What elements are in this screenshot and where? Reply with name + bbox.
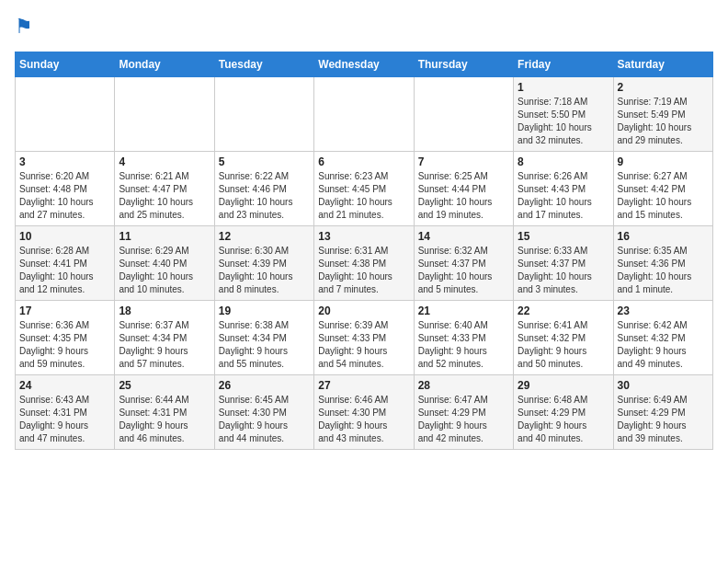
day-info: Sunrise: 6:27 AM Sunset: 4:42 PM Dayligh… [618, 170, 709, 222]
day-number: 4 [119, 155, 210, 168]
calendar-week-row: 1Sunrise: 7:18 AM Sunset: 5:50 PM Daylig… [16, 77, 713, 152]
day-info: Sunrise: 6:44 AM Sunset: 4:31 PM Dayligh… [119, 394, 210, 445]
calendar-cell: 5Sunrise: 6:22 AM Sunset: 4:46 PM Daylig… [214, 152, 313, 226]
calendar-cell: 14Sunrise: 6:32 AM Sunset: 4:37 PM Dayli… [414, 226, 513, 301]
calendar-cell: 28Sunrise: 6:47 AM Sunset: 4:29 PM Dayli… [414, 375, 513, 450]
calendar-cell: 11Sunrise: 6:29 AM Sunset: 4:40 PM Dayli… [115, 226, 214, 301]
calendar-cell: 6Sunrise: 6:23 AM Sunset: 4:45 PM Daylig… [314, 152, 414, 226]
day-info: Sunrise: 6:39 AM Sunset: 4:33 PM Dayligh… [318, 319, 409, 371]
day-number: 11 [119, 230, 210, 243]
calendar-cell: 22Sunrise: 6:41 AM Sunset: 4:32 PM Dayli… [514, 301, 613, 375]
calendar-cell: 13Sunrise: 6:31 AM Sunset: 4:38 PM Dayli… [314, 226, 414, 301]
day-number: 19 [219, 304, 310, 317]
day-number: 23 [618, 304, 709, 317]
day-number: 16 [618, 230, 709, 243]
day-info: Sunrise: 6:30 AM Sunset: 4:39 PM Dayligh… [219, 245, 310, 296]
day-info: Sunrise: 7:18 AM Sunset: 5:50 PM Dayligh… [518, 96, 609, 147]
calendar-cell: 9Sunrise: 6:27 AM Sunset: 4:42 PM Daylig… [613, 152, 712, 226]
day-info: Sunrise: 6:38 AM Sunset: 4:34 PM Dayligh… [219, 319, 310, 371]
day-number: 10 [19, 230, 110, 243]
day-of-week-header: Monday [115, 52, 214, 77]
calendar-cell: 15Sunrise: 6:33 AM Sunset: 4:37 PM Dayli… [514, 226, 613, 301]
day-info: Sunrise: 6:36 AM Sunset: 4:35 PM Dayligh… [19, 319, 110, 371]
calendar-cell [314, 77, 414, 152]
day-info: Sunrise: 6:25 AM Sunset: 4:44 PM Dayligh… [418, 170, 509, 222]
day-number: 21 [418, 304, 509, 317]
day-number: 15 [518, 230, 609, 243]
calendar-cell: 3Sunrise: 6:20 AM Sunset: 4:48 PM Daylig… [16, 152, 115, 226]
calendar-cell: 19Sunrise: 6:38 AM Sunset: 4:34 PM Dayli… [214, 301, 313, 375]
day-number: 8 [518, 155, 609, 168]
day-info: Sunrise: 6:41 AM Sunset: 4:32 PM Dayligh… [518, 319, 609, 371]
day-number: 17 [19, 304, 110, 317]
page-header: ⚑ [15, 15, 713, 40]
day-number: 25 [119, 379, 210, 392]
calendar-week-row: 24Sunrise: 6:43 AM Sunset: 4:31 PM Dayli… [16, 375, 713, 450]
day-info: Sunrise: 7:19 AM Sunset: 5:49 PM Dayligh… [618, 96, 709, 147]
calendar-cell: 16Sunrise: 6:35 AM Sunset: 4:36 PM Dayli… [613, 226, 712, 301]
day-number: 22 [518, 304, 609, 317]
day-info: Sunrise: 6:26 AM Sunset: 4:43 PM Dayligh… [518, 170, 609, 222]
day-info: Sunrise: 6:21 AM Sunset: 4:47 PM Dayligh… [119, 170, 210, 222]
calendar-cell [414, 77, 513, 152]
calendar-cell: 10Sunrise: 6:28 AM Sunset: 4:41 PM Dayli… [16, 226, 115, 301]
day-info: Sunrise: 6:43 AM Sunset: 4:31 PM Dayligh… [19, 394, 110, 445]
day-number: 12 [219, 230, 310, 243]
day-number: 26 [219, 379, 310, 392]
day-info: Sunrise: 6:49 AM Sunset: 4:29 PM Dayligh… [618, 394, 709, 445]
calendar-cell: 21Sunrise: 6:40 AM Sunset: 4:33 PM Dayli… [414, 301, 513, 375]
day-info: Sunrise: 6:37 AM Sunset: 4:34 PM Dayligh… [119, 319, 210, 371]
day-number: 28 [418, 379, 509, 392]
calendar-week-row: 3Sunrise: 6:20 AM Sunset: 4:48 PM Daylig… [16, 152, 713, 226]
calendar-cell: 7Sunrise: 6:25 AM Sunset: 4:44 PM Daylig… [414, 152, 513, 226]
svg-text:⚑: ⚑ [15, 15, 33, 38]
day-number: 13 [318, 230, 409, 243]
calendar-cell: 1Sunrise: 7:18 AM Sunset: 5:50 PM Daylig… [514, 77, 613, 152]
day-info: Sunrise: 6:20 AM Sunset: 4:48 PM Dayligh… [19, 170, 110, 222]
calendar-week-row: 10Sunrise: 6:28 AM Sunset: 4:41 PM Dayli… [16, 226, 713, 301]
day-info: Sunrise: 6:22 AM Sunset: 4:46 PM Dayligh… [219, 170, 310, 222]
calendar-week-row: 17Sunrise: 6:36 AM Sunset: 4:35 PM Dayli… [16, 301, 713, 375]
calendar-cell: 20Sunrise: 6:39 AM Sunset: 4:33 PM Dayli… [314, 301, 414, 375]
day-info: Sunrise: 6:40 AM Sunset: 4:33 PM Dayligh… [418, 319, 509, 371]
calendar-header-row: SundayMondayTuesdayWednesdayThursdayFrid… [16, 52, 713, 77]
day-info: Sunrise: 6:45 AM Sunset: 4:30 PM Dayligh… [219, 394, 310, 445]
day-info: Sunrise: 6:42 AM Sunset: 4:32 PM Dayligh… [618, 319, 709, 371]
day-info: Sunrise: 6:47 AM Sunset: 4:29 PM Dayligh… [418, 394, 509, 445]
day-info: Sunrise: 6:32 AM Sunset: 4:37 PM Dayligh… [418, 245, 509, 296]
calendar-cell: 4Sunrise: 6:21 AM Sunset: 4:47 PM Daylig… [115, 152, 214, 226]
day-number: 1 [518, 81, 609, 94]
day-number: 5 [219, 155, 310, 168]
day-of-week-header: Sunday [16, 52, 115, 77]
day-number: 20 [318, 304, 409, 317]
calendar-cell [16, 77, 115, 152]
logo: ⚑ [15, 15, 44, 40]
day-number: 29 [518, 379, 609, 392]
logo-icon: ⚑ [15, 15, 40, 40]
day-number: 6 [318, 155, 409, 168]
day-number: 14 [418, 230, 509, 243]
calendar-cell: 29Sunrise: 6:48 AM Sunset: 4:29 PM Dayli… [514, 375, 613, 450]
calendar-cell [214, 77, 313, 152]
calendar-cell: 27Sunrise: 6:46 AM Sunset: 4:30 PM Dayli… [314, 375, 414, 450]
calendar-cell: 8Sunrise: 6:26 AM Sunset: 4:43 PM Daylig… [514, 152, 613, 226]
day-number: 18 [119, 304, 210, 317]
day-of-week-header: Thursday [414, 52, 513, 77]
day-info: Sunrise: 6:46 AM Sunset: 4:30 PM Dayligh… [318, 394, 409, 445]
day-number: 9 [618, 155, 709, 168]
calendar-cell: 2Sunrise: 7:19 AM Sunset: 5:49 PM Daylig… [613, 77, 712, 152]
day-of-week-header: Tuesday [214, 52, 313, 77]
calendar-cell: 23Sunrise: 6:42 AM Sunset: 4:32 PM Dayli… [613, 301, 712, 375]
day-info: Sunrise: 6:35 AM Sunset: 4:36 PM Dayligh… [618, 245, 709, 296]
day-number: 30 [618, 379, 709, 392]
calendar-cell: 30Sunrise: 6:49 AM Sunset: 4:29 PM Dayli… [613, 375, 712, 450]
day-number: 27 [318, 379, 409, 392]
calendar-cell: 25Sunrise: 6:44 AM Sunset: 4:31 PM Dayli… [115, 375, 214, 450]
day-info: Sunrise: 6:28 AM Sunset: 4:41 PM Dayligh… [19, 245, 110, 296]
day-info: Sunrise: 6:31 AM Sunset: 4:38 PM Dayligh… [318, 245, 409, 296]
day-info: Sunrise: 6:48 AM Sunset: 4:29 PM Dayligh… [518, 394, 609, 445]
calendar: SundayMondayTuesdayWednesdayThursdayFrid… [15, 52, 713, 450]
day-of-week-header: Friday [514, 52, 613, 77]
calendar-cell: 26Sunrise: 6:45 AM Sunset: 4:30 PM Dayli… [214, 375, 313, 450]
day-of-week-header: Wednesday [314, 52, 414, 77]
